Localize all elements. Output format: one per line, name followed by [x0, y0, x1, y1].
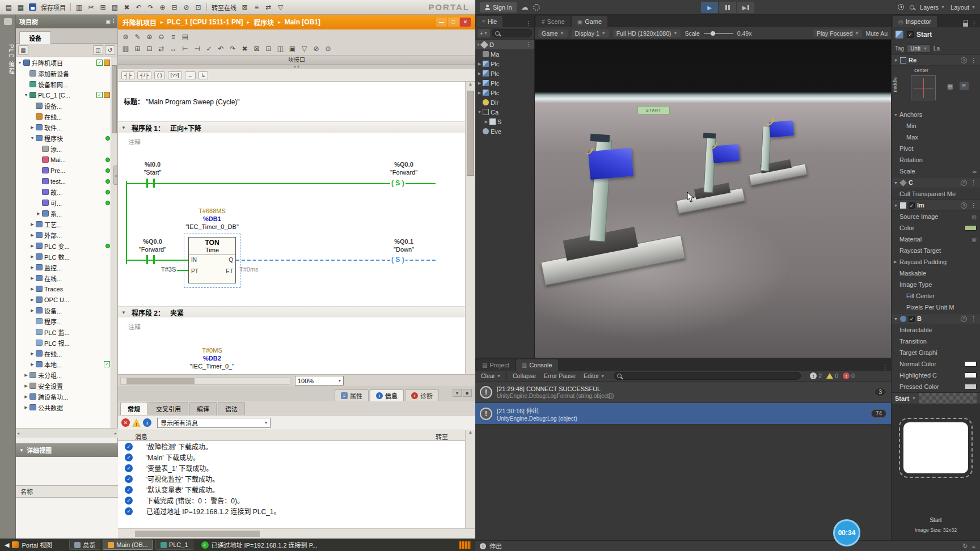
hierarchy-item[interactable]: Dir	[475, 98, 534, 107]
network1-comment[interactable]: 注释	[128, 137, 141, 146]
scroll-left-icon[interactable]: ◂	[17, 431, 19, 436]
tree-fold-icon[interactable]: ▶	[29, 308, 35, 313]
message-row[interactable]: ✓'变量表_1' 下载成功。	[118, 463, 465, 473]
object-picker-icon[interactable]: ◎	[971, 214, 977, 220]
fold-icon[interactable]: ▼	[894, 204, 898, 207]
editor-toolbar-icon-5[interactable]: ▤	[180, 31, 191, 42]
step-button[interactable]: ▶	[737, 2, 754, 13]
tab-scene[interactable]: #Scene	[536, 16, 571, 27]
tia-toolbar-icon-1[interactable]: ▦	[15, 2, 26, 12]
message-row[interactable]: ✓'默认变量表' 下载成功。	[118, 484, 465, 495]
tree-item[interactable]: ▶Traces	[16, 283, 111, 294]
editor-toolbar-icon-5[interactable]: ⊢	[180, 43, 191, 54]
devices-tab[interactable]: 设备	[19, 31, 51, 44]
color-swatch[interactable]	[964, 372, 977, 378]
pin-icon[interactable]: ▣	[105, 19, 111, 25]
kebab-menu-icon[interactable]: ⋮	[969, 179, 978, 187]
inspector-tab-0[interactable]: ≡属性	[335, 389, 369, 401]
color-swatch[interactable]	[964, 225, 977, 231]
help-icon[interactable]: ?	[961, 180, 967, 186]
kebab-menu-icon[interactable]: ⋮	[969, 315, 978, 323]
kebab-menu-icon[interactable]: ⋮	[879, 363, 891, 371]
message-row[interactable]: ✓'Main' 下载成功。	[118, 452, 465, 463]
timer2-db-address[interactable]: %DB2	[183, 355, 242, 362]
detail-view-header[interactable]: ▼ 详细视图	[16, 443, 118, 457]
coil1-set[interactable]: ( S )	[390, 179, 405, 187]
hierarchy-item[interactable]: Ma	[475, 49, 534, 59]
contact2-address[interactable]: %Q0.0	[121, 238, 184, 245]
panel-collapse-icon[interactable]: ▾	[453, 389, 462, 397]
timer2-instance-name[interactable]: "IEC_Timer_0_"	[172, 363, 252, 370]
tree-fold-icon[interactable]: ▶	[29, 351, 35, 356]
tree-item[interactable]: ▶未分组...	[16, 370, 111, 380]
scale-slider[interactable]	[704, 33, 733, 34]
editor-toolbar-icon-6[interactable]: ⊣	[192, 43, 202, 54]
color-swatch[interactable]	[964, 361, 977, 367]
editor-horizontal-scrollbar[interactable]	[120, 377, 290, 385]
gameobject-name[interactable]: Start	[916, 31, 932, 39]
tab-project[interactable]: ▤Project	[476, 359, 515, 371]
info-count-toggle[interactable]: !2	[810, 372, 822, 379]
mute-audio-button[interactable]: Mute Au	[865, 30, 888, 37]
tree-item[interactable]: ▶软件...	[16, 122, 111, 133]
editor-toolbar-icon-0[interactable]: ▥	[120, 43, 131, 54]
tia-toolbar-icon-6[interactable]: ↷	[145, 2, 156, 12]
warning-count-toggle[interactable]: 0	[826, 372, 838, 379]
tia-toolbar-icon-7[interactable]: ⊕	[157, 2, 168, 12]
tree-fold-icon[interactable]: ▶	[29, 265, 35, 270]
editor-toolbar-icon-2[interactable]: ⊟	[144, 43, 155, 54]
ladder-element-icon-3[interactable]: [??]	[168, 71, 182, 79]
ton-timer-block[interactable]: TON Time IN Q PT ET	[188, 237, 236, 283]
editor-toolbar-icon-8[interactable]: ↶	[216, 43, 226, 54]
tree-fold-icon[interactable]: ▶	[23, 405, 29, 410]
network1-header[interactable]: ▼ 程序段 1： 正向+下降	[121, 123, 201, 133]
tree-item[interactable]: 可...	[16, 197, 111, 208]
tree-item[interactable]: ▶外部...	[16, 230, 111, 240]
editor-toolbar-icon-3[interactable]: ⇄	[156, 43, 167, 54]
network1-title[interactable]: 正向+下降	[170, 123, 201, 133]
tree-fold-icon[interactable]: ▼	[17, 61, 23, 65]
cloud-icon[interactable]: ☁	[521, 3, 529, 11]
image-row[interactable]: Material◎	[892, 234, 980, 245]
layers-dropdown[interactable]: Layers▼	[920, 4, 945, 11]
resolution-dropdown[interactable]: Full HD (1920x1080)▼	[613, 29, 681, 37]
editor-toolbar-icon-2[interactable]: ⊕	[144, 31, 155, 42]
tree-fold-icon[interactable]: ▶	[29, 244, 35, 248]
error-filter-icon[interactable]: ✕	[121, 418, 130, 427]
network2-title[interactable]: 夹紧	[170, 308, 184, 317]
hierarchy-item[interactable]: ▶Plc	[475, 88, 534, 98]
clear-button[interactable]: Clear▼	[478, 372, 504, 380]
fold-icon[interactable]: ▶	[476, 71, 483, 76]
inspector-menu[interactable]: ⋮	[960, 20, 980, 27]
contact2-name[interactable]: "Forward"	[121, 246, 184, 253]
tree-fold-icon[interactable]: ▶	[29, 233, 35, 238]
collapse-panel-icon[interactable]: ⫶	[113, 19, 114, 25]
fold-icon[interactable]: ▼	[476, 110, 483, 114]
tree-fold-icon[interactable]: ▶	[23, 373, 29, 378]
image-row[interactable]: Source Image◎	[892, 211, 980, 222]
kebab-menu-icon[interactable]: ⋮	[522, 41, 534, 48]
scale-link-icon[interactable]: ∞	[973, 168, 977, 175]
anchor-preset-button[interactable]	[911, 75, 936, 100]
program-title-value[interactable]: "Main Program Sweep (Cycle)"	[146, 98, 239, 106]
tree-vertical-scrollbar[interactable]	[111, 57, 117, 428]
button-row[interactable]: Interactable	[892, 324, 980, 336]
fold-icon[interactable]: ▶	[476, 91, 483, 95]
tree-fold-icon[interactable]: ▼	[23, 93, 29, 97]
slider-knob[interactable]	[711, 31, 715, 36]
rect-transform-row[interactable]: Scale∞	[892, 166, 980, 177]
editor-toolbar-icon-10[interactable]: ✖	[239, 43, 250, 54]
maximize-button[interactable]: □	[448, 18, 459, 27]
editor-toolbar-icon-13[interactable]: ◫	[275, 43, 286, 54]
tia-toolbar-icon-1[interactable]: ✂	[86, 2, 96, 12]
close-button[interactable]: ✕	[460, 18, 471, 27]
undo-history-icon[interactable]	[898, 4, 904, 10]
block-interface-bar[interactable]: 块接口	[118, 56, 475, 65]
tia-toolbar-icon-8[interactable]: ⊟	[169, 2, 180, 12]
tab-hierarchy[interactable]: ≡Hie	[476, 16, 502, 27]
help-icon[interactable]: ?	[961, 57, 967, 63]
game-viewport[interactable]: START	[535, 40, 891, 358]
scrollbar-thumb[interactable]	[467, 91, 474, 176]
canvas-renderer-header[interactable]: ▼ C ? ⋮	[892, 177, 980, 188]
fold-icon[interactable]: ▶	[483, 120, 489, 124]
